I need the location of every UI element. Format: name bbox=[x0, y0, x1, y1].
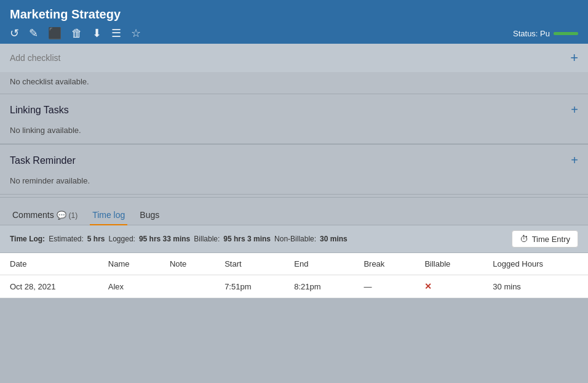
checklist-input-row: + bbox=[0, 44, 588, 72]
timelog-table-container: Date Name Note Start End Break Billable … bbox=[0, 253, 588, 298]
delete-icon[interactable]: 🗑 bbox=[71, 28, 82, 39]
timelog-table: Date Name Note Start End Break Billable … bbox=[0, 253, 588, 298]
save-icon[interactable]: ⬛ bbox=[48, 28, 62, 39]
linking-tasks-title: Linking Tasks bbox=[10, 105, 69, 116]
col-date: Date bbox=[0, 253, 98, 275]
table-row: Oct 28, 2021 Alex 7:51pm 8:21pm — ✕ 30 m… bbox=[0, 275, 588, 298]
time-entry-button[interactable]: ⏱ Time Entry bbox=[512, 230, 578, 248]
table-header-row: Date Name Note Start End Break Billable … bbox=[0, 253, 588, 275]
cell-name: Alex bbox=[98, 275, 160, 298]
tab-comments[interactable]: Comments 💬 (1) bbox=[10, 206, 80, 225]
toolbar: ↺ ✎ ⬛ 🗑 ⬇ ☰ ☆ Status: Pu bbox=[10, 28, 578, 44]
task-reminder-add-button[interactable]: + bbox=[571, 153, 578, 167]
cell-logged-hours: 30 mins bbox=[483, 275, 588, 298]
tab-timelog[interactable]: Time log bbox=[90, 206, 127, 225]
linking-tasks-add-button[interactable]: + bbox=[571, 103, 578, 117]
page-title: Marketing Strategy bbox=[10, 7, 578, 22]
cell-billable: ✕ bbox=[415, 275, 483, 298]
main-content: + No checklist available. Linking Tasks … bbox=[0, 44, 588, 298]
col-break: Break bbox=[354, 253, 415, 275]
checklist-add-button[interactable]: + bbox=[570, 50, 578, 66]
edit-icon[interactable]: ✎ bbox=[29, 28, 38, 39]
tabs-row: Comments 💬 (1) Time log Bugs bbox=[0, 200, 588, 225]
star-icon[interactable]: ☆ bbox=[131, 28, 141, 39]
download-icon[interactable]: ⬇ bbox=[92, 28, 101, 39]
linking-tasks-empty-text: No linking available. bbox=[0, 126, 588, 143]
refresh-icon[interactable]: ↺ bbox=[10, 28, 19, 39]
task-reminder-section: Task Reminder + No reminder available. bbox=[0, 145, 588, 195]
cell-start: 7:51pm bbox=[215, 275, 284, 298]
billable-x-icon: ✕ bbox=[424, 281, 432, 291]
toolbar-left: ↺ ✎ ⬛ 🗑 ⬇ ☰ ☆ bbox=[10, 28, 141, 39]
checklist-empty-text: No checklist available. bbox=[0, 72, 588, 94]
col-end: End bbox=[284, 253, 354, 275]
tabs-section: Comments 💬 (1) Time log Bugs Time Log: E… bbox=[0, 200, 588, 298]
col-name: Name bbox=[98, 253, 160, 275]
status-indicator bbox=[554, 32, 578, 35]
linking-tasks-section: Linking Tasks + No linking available. bbox=[0, 94, 588, 144]
clock-icon: ⏱ bbox=[520, 234, 528, 244]
linking-tasks-header[interactable]: Linking Tasks + bbox=[0, 94, 588, 126]
cell-end: 8:21pm bbox=[284, 275, 354, 298]
col-logged-hours: Logged Hours bbox=[483, 253, 588, 275]
cell-date: Oct 28, 2021 bbox=[0, 275, 98, 298]
comment-icon[interactable]: ☰ bbox=[111, 28, 121, 39]
tab-bugs[interactable]: Bugs bbox=[137, 206, 162, 225]
timelog-stats: Time Log: Estimated: 5 hrs Logged: 95 hr… bbox=[10, 235, 348, 243]
task-reminder-empty-text: No reminder available. bbox=[0, 176, 588, 194]
page-header: Marketing Strategy ↺ ✎ ⬛ 🗑 ⬇ ☰ ☆ Status:… bbox=[0, 0, 588, 44]
checklist-input[interactable] bbox=[10, 53, 570, 63]
col-start: Start bbox=[215, 253, 284, 275]
timelog-bar: Time Log: Estimated: 5 hrs Logged: 95 hr… bbox=[0, 225, 588, 253]
cell-note bbox=[160, 275, 215, 298]
task-reminder-header[interactable]: Task Reminder + bbox=[0, 145, 588, 176]
col-billable: Billable bbox=[415, 253, 483, 275]
status-text: Status: Pu bbox=[513, 29, 550, 38]
status-bar: Status: Pu bbox=[513, 29, 578, 38]
cell-break: — bbox=[354, 275, 415, 298]
col-note: Note bbox=[160, 253, 215, 275]
task-reminder-title: Task Reminder bbox=[10, 155, 76, 166]
